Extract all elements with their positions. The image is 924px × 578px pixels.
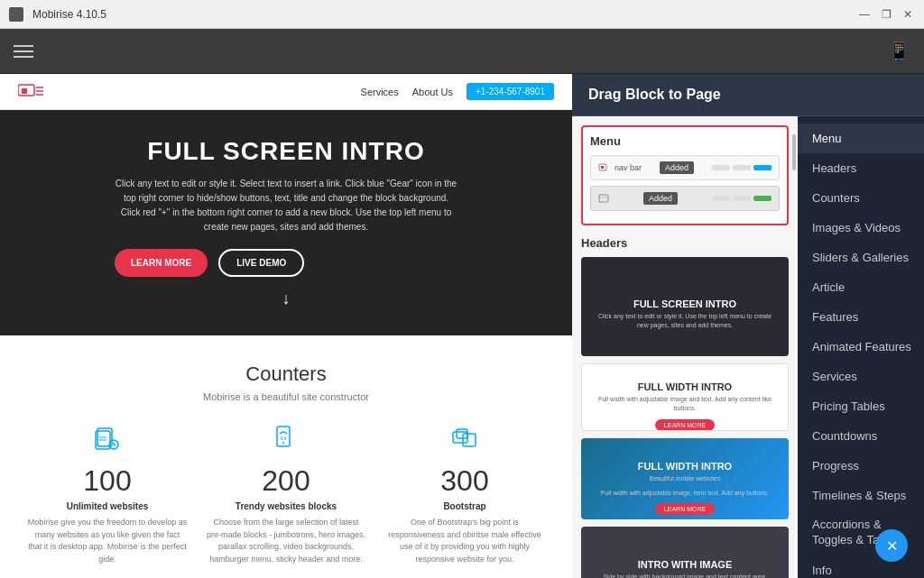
hero-live-demo-btn[interactable]: LIVE DEMO bbox=[218, 249, 304, 277]
header-block-white[interactable]: FULL WIDTH INTRO Full width with adjusta… bbox=[581, 363, 789, 431]
headers-section-label: Headers bbox=[581, 236, 789, 250]
nav-about: About Us bbox=[412, 87, 453, 97]
hero-buttons: LEARN MORE LIVE DEMO bbox=[115, 249, 457, 277]
svg-line-11 bbox=[114, 445, 116, 445]
nav-phone-btn[interactable]: +1-234-567-8901 bbox=[467, 83, 554, 100]
header-block-fullscreen[interactable]: FULL SCREEN INTRO Click any text to edit… bbox=[581, 257, 789, 356]
menu-block-item-1[interactable]: nav bar Added bbox=[590, 155, 780, 180]
counter-number-1: 100 bbox=[27, 464, 188, 498]
hb-text-white: Full width with adjustable image and tex… bbox=[582, 392, 788, 416]
blocks-area: Menu nav bar Added bbox=[572, 116, 798, 578]
cat-nav-images[interactable]: Images & Videos bbox=[798, 213, 924, 243]
menu-section: Menu nav bar Added bbox=[581, 125, 789, 225]
counters-subtitle: Mobirise is a beautiful site constructor bbox=[18, 391, 554, 402]
cat-nav-progress[interactable]: Progress bbox=[798, 451, 924, 481]
hb-btn-blue[interactable]: LEARN MORE bbox=[655, 503, 715, 515]
counter-number-2: 200 bbox=[206, 464, 366, 498]
hero-text: Click any text to edit or style it. Sele… bbox=[115, 177, 457, 234]
hamburger-menu[interactable] bbox=[14, 45, 33, 58]
menu-block-item-2[interactable]: Added bbox=[590, 186, 780, 211]
cat-nav-features[interactable]: Features bbox=[798, 302, 924, 332]
hb-title-blue: FULL WIDTH INTRO bbox=[638, 443, 732, 472]
svg-rect-1 bbox=[22, 88, 27, 94]
nav-services: Services bbox=[361, 87, 399, 97]
hero-learn-more-btn[interactable]: LEARN MORE bbox=[115, 249, 208, 277]
app-container: 📱 Services About Us +1-234-567-8901 bbox=[0, 29, 924, 578]
counter-icon-3 bbox=[384, 425, 545, 457]
app-title: Mobirise 4.10.5 bbox=[32, 8, 106, 21]
svg-rect-16 bbox=[463, 434, 476, 446]
preview-area: Services About Us +1-234-567-8901 FULL S… bbox=[0, 74, 572, 578]
header-block-blue[interactable]: FULL WIDTH INTRO Beautiful mobile websit… bbox=[581, 438, 789, 519]
menu-section-label: Menu bbox=[590, 134, 780, 148]
title-bar: Mobirise 4.10.5 — ❐ ✕ bbox=[0, 0, 924, 29]
counter-desc-1: Mobirise give you the freedom to develop… bbox=[27, 517, 188, 565]
cat-nav-menu[interactable]: Menu bbox=[798, 124, 924, 153]
counter-item-3: 300 Bootstrap One of Bootstrap's big poi… bbox=[375, 425, 554, 565]
app-toolbar: 📱 bbox=[0, 29, 924, 74]
drag-panel-title: Drag Block to Page bbox=[588, 87, 721, 102]
counters-grid: 100 Unlimited websites Mobirise give you… bbox=[18, 425, 554, 565]
cat-nav-article[interactable]: Article bbox=[798, 272, 924, 302]
counters-section: Counters Mobirise is a beautiful site co… bbox=[0, 335, 572, 578]
close-panel-button[interactable]: ✕ bbox=[875, 529, 908, 562]
hb-title-image: INTRO WITH IMAGE bbox=[638, 541, 733, 570]
counter-label-3: Bootstrap bbox=[384, 501, 545, 511]
cat-nav-timelines[interactable]: Timelines & Steps bbox=[798, 481, 924, 510]
hb-subtitle-blue: Beautiful mobile websites bbox=[636, 472, 735, 486]
main-content: Services About Us +1-234-567-8901 FULL S… bbox=[0, 74, 924, 578]
close-window-button[interactable]: ✕ bbox=[901, 7, 915, 22]
window-controls: — ❐ ✕ bbox=[857, 7, 915, 22]
app-icon bbox=[9, 7, 23, 22]
counter-label-1: Unlimited websites bbox=[27, 501, 188, 511]
counters-title: Counters bbox=[18, 362, 554, 386]
hb-text-fullscreen: Click any text to edit or style it. Use … bbox=[581, 309, 789, 333]
hb-btn-white[interactable]: LEARN MORE bbox=[655, 419, 715, 431]
phone-preview-icon[interactable]: 📱 bbox=[888, 41, 910, 62]
hb-title-white: FULL WIDTH INTRO bbox=[638, 363, 732, 392]
preview-nav: Services About Us +1-234-567-8901 bbox=[0, 74, 572, 110]
cat-nav-countdowns[interactable]: Countdowns bbox=[798, 421, 924, 451]
hb-text-image: Side by side with background image and t… bbox=[589, 570, 781, 578]
counter-icon-2 bbox=[206, 425, 366, 457]
category-nav: Menu Headers Counters Images & Videos Sl… bbox=[798, 116, 924, 578]
drag-panel: Drag Block to Page Menu bbox=[572, 74, 924, 578]
counter-label-2: Trendy websites blocks bbox=[206, 501, 366, 511]
drag-panel-header: Drag Block to Page bbox=[572, 74, 924, 116]
added-badge-2: Added bbox=[643, 192, 678, 205]
block-dots-2 bbox=[712, 196, 772, 201]
svg-rect-18 bbox=[601, 166, 604, 169]
svg-rect-19 bbox=[599, 195, 608, 202]
menu-item-icon-1 bbox=[598, 162, 609, 173]
cat-nav-sliders[interactable]: Sliders & Galleries bbox=[798, 243, 924, 272]
drag-panel-body: Menu nav bar Added bbox=[572, 116, 924, 578]
hero-arrow-icon: ↓ bbox=[115, 289, 457, 308]
hb-title-fullscreen: FULL SCREEN INTRO bbox=[633, 280, 736, 309]
hero-title: FULL SCREEN INTRO bbox=[115, 137, 457, 166]
counter-item-1: 100 Unlimited websites Mobirise give you… bbox=[18, 425, 197, 565]
block-dots-1 bbox=[712, 165, 772, 170]
cat-nav-pricing[interactable]: Pricing Tables bbox=[798, 391, 924, 421]
hb-text-blue: Full width with adjustable image, hero t… bbox=[587, 486, 782, 500]
preview-hero: FULL SCREEN INTRO Click any text to edit… bbox=[0, 110, 572, 335]
header-block-image[interactable]: INTRO WITH IMAGE Side by side with backg… bbox=[581, 527, 789, 578]
preview-nav-links: Services About Us +1-234-567-8901 bbox=[361, 83, 554, 100]
hero-content: FULL SCREEN INTRO Click any text to edit… bbox=[115, 137, 457, 308]
cat-nav-info[interactable]: Info bbox=[798, 555, 924, 578]
menu-block: Menu nav bar Added bbox=[581, 125, 789, 225]
counter-desc-3: One of Bootstrap's big point is responsi… bbox=[384, 517, 545, 565]
menu-item-icon-2 bbox=[598, 193, 609, 204]
cat-nav-services[interactable]: Services bbox=[798, 362, 924, 391]
counter-item-2: 200 Trendy websites blocks Choose from t… bbox=[197, 425, 375, 565]
maximize-button[interactable]: ❐ bbox=[879, 7, 893, 22]
preview-logo bbox=[18, 83, 45, 101]
headers-section: Headers FULL SCREEN INTRO Click any text… bbox=[581, 236, 789, 578]
counter-number-3: 300 bbox=[384, 464, 545, 498]
cat-nav-headers[interactable]: Headers bbox=[798, 153, 924, 183]
added-badge-1: Added bbox=[660, 161, 694, 174]
minimize-button[interactable]: — bbox=[857, 7, 872, 22]
counter-desc-2: Choose from the large selection of lates… bbox=[206, 517, 366, 565]
counter-icon-1 bbox=[27, 425, 188, 457]
cat-nav-counters[interactable]: Counters bbox=[798, 183, 924, 213]
cat-nav-animated[interactable]: Animated Features bbox=[798, 332, 924, 362]
